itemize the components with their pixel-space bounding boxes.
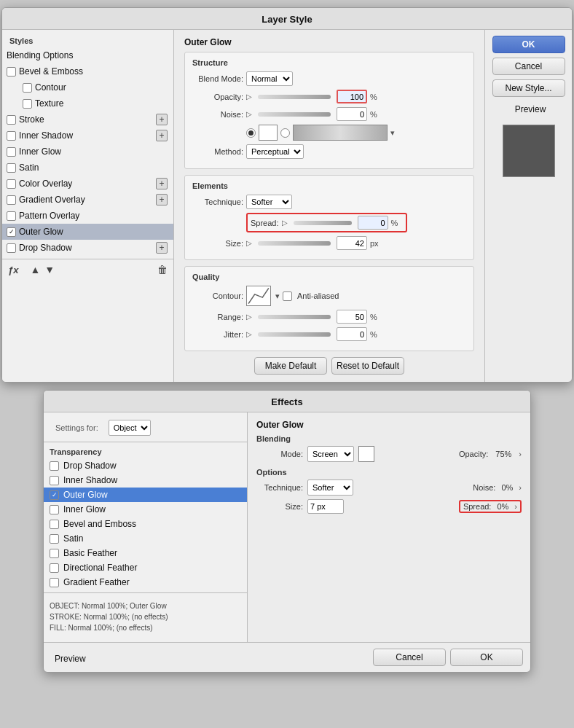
blending-mode-select[interactable]: Screen Normal Multiply [307,446,354,462]
gradient-overlay-checkbox[interactable] [7,195,16,205]
sidebar-item-stroke[interactable]: Stroke + [2,111,173,128]
effects-item-bevel-emboss[interactable]: Bevel and Emboss [44,517,247,531]
drop-shadow-cb[interactable] [50,461,59,471]
inner-glow-label: Inner Glow [19,146,168,157]
inner-shadow-checkbox[interactable] [7,131,16,141]
spread-label-text: Spread: [251,219,279,227]
sidebar-item-texture[interactable]: Texture [2,95,173,111]
drop-shadow-add-btn[interactable]: + [156,242,168,254]
blending-opacity-arrow[interactable]: › [519,450,522,458]
opacity-input[interactable] [337,90,367,103]
sidebar-item-satin[interactable]: Satin [2,160,173,176]
sidebar-item-contour[interactable]: Contour [2,79,173,95]
color-overlay-add-btn[interactable]: + [156,178,168,189]
cancel-button[interactable]: Cancel [492,58,565,75]
effects-item-drop-shadow[interactable]: Drop Shadow [44,458,247,473]
contour-dropdown-arrow[interactable]: ▾ [275,291,280,301]
effects-item-gradient-feather[interactable]: Gradient Feather [44,575,247,590]
spread-slider[interactable] [294,221,352,225]
outer-glow-cb[interactable] [50,490,59,500]
move-up-icon[interactable]: ▲ [30,264,40,275]
contour-preview[interactable] [246,286,271,306]
range-unit: % [370,313,382,321]
delete-icon[interactable]: 🗑 [157,264,168,275]
size-input[interactable] [337,236,367,250]
ok-button[interactable]: OK [492,36,565,53]
texture-checkbox[interactable] [23,99,32,109]
satin-cb[interactable] [50,534,59,544]
settings-for-label: Settings for: [50,422,104,434]
effects-main: Outer Glow Blending Mode: Screen Normal … [248,412,530,642]
settings-for-select[interactable]: Object Stroke Fill [109,420,151,436]
noise-unit: % [370,110,382,119]
effects-item-directional-feather[interactable]: Directional Feather [44,560,247,575]
gradient-feather-cb[interactable] [50,578,59,587]
inner-shadow-cb[interactable] [50,476,59,485]
effects-item-inner-glow[interactable]: Inner Glow [44,502,247,517]
gradient-overlay-add-btn[interactable]: + [156,194,168,206]
opacity-slider[interactable] [258,95,331,99]
sidebar-item-gradient-overlay[interactable]: Gradient Overlay + [2,192,173,208]
blend-mode-select[interactable]: Normal Screen Multiply [246,71,293,86]
bevel-emboss-cb[interactable] [50,520,59,529]
sidebar-item-color-overlay[interactable]: Color Overlay + [2,176,173,192]
effects-item-outer-glow[interactable]: Outer Glow [44,488,247,502]
elements-title: Elements [192,181,466,190]
spread-arrow[interactable]: › [514,502,517,511]
bevel-emboss-checkbox[interactable] [7,67,16,77]
jitter-label: Jitter: [192,330,243,339]
jitter-input[interactable] [337,327,367,341]
new-style-button[interactable]: New Style... [492,79,565,97]
stroke-add-btn[interactable]: + [156,114,168,125]
color-swatch-white[interactable] [259,125,278,141]
technique-select[interactable]: Softer Precise [246,195,292,209]
noise-arrow[interactable]: › [519,483,522,492]
stroke-checkbox[interactable] [7,115,16,125]
technique-options-select[interactable]: Softer Precise [307,480,353,496]
inner-shadow-add-btn[interactable]: + [156,130,168,141]
move-down-icon[interactable]: ▼ [44,264,55,275]
directional-feather-cb[interactable] [50,563,59,573]
effects-ok-button[interactable]: OK [450,649,523,666]
sidebar-item-inner-glow[interactable]: Inner Glow [2,144,173,160]
range-slider[interactable] [258,315,331,319]
pattern-overlay-checkbox[interactable] [7,211,16,221]
effects-item-satin[interactable]: Satin [44,531,247,546]
inner-glow-cb[interactable] [50,505,59,514]
sidebar-item-inner-shadow[interactable]: Inner Shadow + [2,128,173,144]
method-select[interactable]: Perceptual Linear [246,144,304,159]
anti-alias-checkbox[interactable] [283,291,292,301]
reset-to-default-button[interactable]: Reset to Default [331,357,404,375]
noise-slider[interactable] [258,112,331,117]
basic-feather-cb[interactable] [50,549,59,558]
sidebar-item-bevel-emboss[interactable]: Bevel & Emboss [2,63,173,79]
size-slider[interactable] [258,241,331,246]
size-options-input[interactable] [307,499,344,514]
sidebar-item-outer-glow[interactable]: Outer Glow [2,224,173,240]
sidebar-item-drop-shadow[interactable]: Drop Shadow + [2,240,173,256]
fx-icon[interactable]: ƒx [8,265,18,275]
sidebar-item-pattern-overlay[interactable]: Pattern Overlay [2,208,173,224]
gradient-swatch[interactable] [293,125,388,141]
drop-shadow-checkbox[interactable] [7,243,16,253]
satin-checkbox[interactable] [7,163,16,173]
color-radio-gradient[interactable] [280,128,290,138]
inner-glow-checkbox[interactable] [7,147,16,157]
effects-item-basic-feather[interactable]: Basic Feather [44,546,247,560]
gradient-options-arrow[interactable]: ▾ [390,128,395,138]
jitter-slider[interactable] [258,332,331,337]
range-input[interactable] [337,310,367,324]
blending-color-swatch[interactable] [358,446,374,462]
sidebar-item-blending-options[interactable]: Blending Options [2,47,173,63]
contour-checkbox[interactable] [23,83,32,93]
outer-glow-checkbox[interactable] [7,227,16,237]
effects-cancel-button[interactable]: Cancel [373,649,446,666]
spread-input[interactable] [358,216,388,230]
noise-input[interactable] [337,107,367,121]
effects-panel: Effects Settings for: Object Stroke Fill… [43,390,531,673]
satin-label: Satin [19,163,168,173]
color-radio-solid[interactable] [246,128,256,138]
color-overlay-checkbox[interactable] [7,179,16,189]
make-default-button[interactable]: Make Default [254,357,327,375]
effects-item-inner-shadow[interactable]: Inner Shadow [44,473,247,488]
